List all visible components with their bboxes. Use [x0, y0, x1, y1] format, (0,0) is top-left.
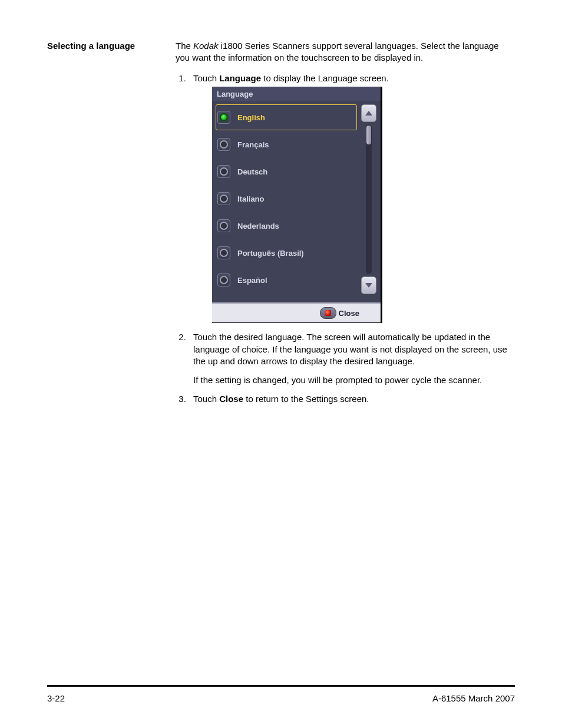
language-touchscreen: Language English Français [212, 87, 382, 324]
radio-icon [217, 246, 230, 259]
step3-bold: Close [219, 394, 243, 404]
scroll-thumb[interactable] [366, 126, 371, 144]
language-option-italiano[interactable]: Italiano [216, 186, 357, 212]
language-option-portugues[interactable]: Português (Brasil) [216, 240, 357, 266]
language-option-deutsch[interactable]: Deutsch [216, 159, 357, 185]
step2-sub: If the setting is changed, you will be p… [193, 374, 515, 386]
touchscreen-body: English Français Deutsch [212, 101, 381, 302]
language-option-english[interactable]: English [216, 104, 357, 130]
close-button[interactable]: Close [320, 307, 377, 319]
footer-rule [47, 685, 515, 687]
language-label: Deutsch [237, 167, 267, 177]
footer-right: A-61555 March 2007 [432, 693, 515, 703]
step3-pre: Touch [193, 394, 219, 404]
intro-paragraph: The Kodak i1800 Series Scanners support … [176, 40, 515, 64]
scroll-track[interactable] [366, 124, 372, 274]
step3-post: to return to the Settings screen. [243, 394, 369, 404]
footer-left: 3-22 [47, 693, 65, 703]
step1-post: to display the Language screen. [261, 73, 389, 83]
step-3: Touch Close to return to the Settings sc… [189, 393, 515, 405]
language-option-nederlands[interactable]: Nederlands [216, 213, 357, 239]
language-label: Português (Brasil) [237, 248, 304, 259]
scroll-up-button[interactable] [361, 104, 376, 122]
language-option-francais[interactable]: Français [216, 131, 357, 157]
radio-icon [217, 111, 230, 124]
step1-pre: Touch [193, 73, 219, 83]
language-label: Nederlands [237, 221, 279, 232]
radio-icon [217, 219, 230, 232]
scrollbar [359, 104, 378, 294]
radio-icon [217, 165, 230, 178]
intro-pre: The [176, 41, 193, 51]
intro-post: i1800 Series Scanners support several la… [176, 41, 499, 62]
chevron-up-icon [365, 111, 372, 116]
language-label: Italiano [237, 194, 265, 205]
language-option-espanol[interactable]: Español [216, 267, 357, 293]
radio-icon [217, 138, 230, 151]
scroll-down-button[interactable] [361, 276, 376, 294]
section-heading: Selecting a language [47, 40, 176, 52]
step-1: Touch Language to display the Language s… [189, 73, 515, 324]
close-icon [320, 307, 336, 319]
intro-italic: Kodak [193, 41, 219, 51]
radio-icon [217, 192, 230, 205]
step-2: Touch the desired language. The screen w… [189, 331, 515, 386]
language-label: Français [237, 140, 269, 150]
page-footer: 3-22 A-61555 March 2007 [47, 693, 515, 703]
language-list: English Français Deutsch [216, 104, 359, 294]
close-label: Close [339, 308, 359, 319]
language-label: English [237, 113, 265, 123]
step2-text: Touch the desired language. The screen w… [193, 332, 507, 366]
step1-bold: Language [219, 73, 261, 83]
radio-icon [217, 274, 230, 286]
language-label: Español [237, 275, 267, 286]
chevron-down-icon [365, 283, 372, 288]
touchscreen-footer: Close [212, 302, 381, 322]
touchscreen-title: Language [212, 87, 381, 101]
